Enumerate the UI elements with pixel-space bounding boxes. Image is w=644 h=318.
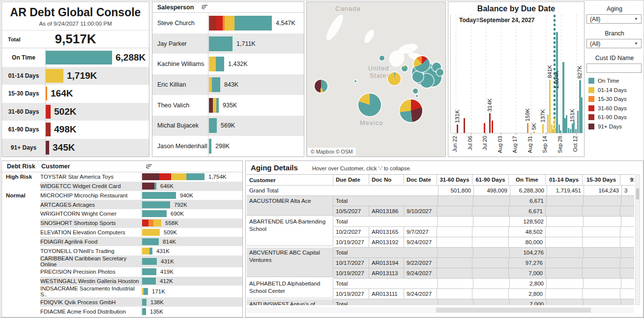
customer-bar[interactable]	[142, 183, 156, 190]
due-date-bar[interactable]	[549, 80, 551, 133]
bar-segment[interactable]	[209, 16, 216, 31]
customer-row[interactable]: CARIBBEAN Caribbean Secretary Online431K	[2, 255, 242, 267]
salesperson-bar[interactable]	[209, 98, 219, 113]
map-pie-marker[interactable]	[437, 69, 443, 76]
legend-item-01-14-days[interactable]: 01-14 Days	[588, 86, 644, 95]
customer-bar[interactable]	[142, 248, 152, 254]
bar-segment[interactable]	[142, 220, 148, 226]
salesperson-row[interactable]: Eric Killian843K	[152, 74, 304, 95]
vertical-scrollbar-thumb[interactable]	[636, 189, 639, 199]
customer-bar[interactable]	[142, 220, 161, 226]
customer-bar[interactable]	[142, 308, 146, 315]
bar-segment[interactable]	[142, 192, 176, 199]
bar-segment[interactable]	[142, 248, 149, 254]
map-pie-marker[interactable]	[416, 95, 418, 97]
map-pie-marker[interactable]	[380, 56, 384, 61]
bar-segment[interactable]	[142, 299, 146, 306]
customer-row[interactable]: WIDGETCC Widget Credit Card646K	[2, 182, 242, 191]
bar-segment[interactable]	[142, 201, 170, 208]
salesperson-bar[interactable]	[209, 57, 224, 71]
horizontal-scrollbar-thumb[interactable]	[436, 308, 591, 313]
bar-segment[interactable]	[216, 98, 219, 113]
map-pie-marker[interactable]	[358, 94, 381, 116]
bar-segment[interactable]	[153, 220, 161, 226]
customer-row[interactable]: FDIACME Acme Food Distribution135K	[2, 307, 242, 316]
due-date-bar[interactable]	[457, 125, 458, 133]
bar-segment[interactable]	[142, 173, 159, 180]
due-date-bar[interactable]	[547, 115, 549, 133]
bar-segment[interactable]	[142, 308, 146, 315]
kpi-bar[interactable]	[45, 141, 49, 155]
vertical-scrollbar[interactable]	[635, 174, 640, 305]
due-date-bar[interactable]	[542, 124, 544, 133]
customer-bar[interactable]	[142, 258, 157, 265]
customer-row[interactable]: WRIGHTCORN Wright Corner690K	[2, 209, 242, 219]
salesperson-row[interactable]: Steve Church4,547K	[152, 13, 304, 33]
salesperson-bar[interactable]	[209, 118, 217, 133]
due-date-bar[interactable]	[573, 121, 575, 133]
bar-segment[interactable]	[142, 268, 156, 275]
customer-row[interactable]: TOYONEILL O’Neill’s Trading431K	[2, 246, 242, 255]
due-date-bar[interactable]	[575, 129, 577, 133]
legend-item-91-days[interactable]: 91+ Days	[588, 122, 644, 131]
due-date-bar[interactable]	[577, 111, 579, 133]
legend-item-61-90-days[interactable]: 61-90 Days	[588, 113, 644, 122]
customer-row[interactable]: SNOSHORT Shortstop Sports558K	[2, 219, 242, 228]
due-date-bar[interactable]	[581, 97, 583, 133]
customer-bar[interactable]	[142, 201, 170, 208]
customer-row[interactable]: ELEVATION Elevation Computers509K	[2, 228, 242, 237]
salesperson-row[interactable]: Kachine Williams1,432K	[152, 54, 304, 74]
bar-segment[interactable]	[142, 229, 160, 236]
bar-segment[interactable]	[213, 98, 216, 113]
map-pie-marker[interactable]	[412, 71, 423, 82]
due-date-bar[interactable]	[527, 123, 528, 133]
kpi-bar[interactable]	[45, 105, 51, 119]
legend-item-on-time[interactable]: On Time	[588, 76, 644, 86]
bar-segment[interactable]	[142, 183, 154, 190]
customer-row[interactable]: INDSACRAME Sacramento Industrial S..171K	[2, 286, 242, 297]
legend-item-31-60-days[interactable]: 31-60 Days	[588, 104, 644, 113]
map-pie-marker[interactable]	[413, 89, 418, 94]
horizontal-scrollbar[interactable]	[247, 307, 634, 313]
kpi-bar[interactable]	[45, 51, 112, 64]
salesperson-bar[interactable]	[209, 139, 211, 154]
due-date-bar[interactable]	[568, 128, 569, 133]
salesperson-bar[interactable]	[209, 36, 233, 51]
salesperson-row[interactable]: Jay Parker1,711K	[152, 33, 304, 54]
bar-segment[interactable]	[159, 173, 171, 180]
bar-segment[interactable]	[142, 258, 157, 265]
map-pie-marker[interactable]	[388, 72, 401, 85]
sort-icon[interactable]	[146, 164, 152, 169]
customer-bar[interactable]	[142, 288, 148, 295]
salesperson-row[interactable]: Theo Valich935K	[152, 95, 304, 116]
due-date-bar[interactable]	[560, 130, 561, 133]
customer-bar[interactable]	[142, 192, 176, 199]
due-date-bar[interactable]	[570, 129, 571, 133]
bar-segment[interactable]	[171, 173, 186, 180]
due-date-bar[interactable]	[566, 115, 567, 133]
bar-segment[interactable]	[225, 16, 234, 31]
salesperson-row[interactable]: Michal Bujacek569K	[152, 116, 304, 136]
map-pie-marker[interactable]	[354, 80, 356, 82]
bar-segment[interactable]	[148, 220, 153, 226]
customer-row[interactable]: FDIQVIK Qvik Process GmbH138K	[2, 297, 242, 307]
bar-segment[interactable]	[144, 288, 148, 295]
bar-segment[interactable]	[234, 16, 272, 31]
bar-segment[interactable]	[209, 57, 216, 71]
customer-bar[interactable]	[142, 238, 159, 245]
bar-segment[interactable]	[216, 57, 224, 71]
map-pie-marker[interactable]	[414, 56, 430, 72]
customer-row[interactable]: PRECISION Precision Photos419K	[2, 267, 242, 277]
customer-row[interactable]: WESTINGALL Westin Galleria Houston412K	[2, 277, 242, 286]
branch-filter-dropdown[interactable]: (All) ▼	[586, 39, 642, 48]
customer-bar[interactable]	[142, 268, 156, 275]
customer-bar[interactable]	[142, 278, 156, 285]
customer-bar[interactable]	[142, 210, 167, 217]
customer-bar[interactable]	[142, 299, 146, 306]
bar-segment[interactable]	[142, 238, 159, 245]
bar-segment[interactable]	[209, 139, 211, 154]
customer-row[interactable]: FDIAGRI Agrilink Food814K	[2, 237, 242, 246]
bar-segment[interactable]	[212, 77, 220, 92]
map-pie-marker[interactable]	[315, 80, 327, 93]
bar-segment[interactable]	[149, 248, 152, 254]
